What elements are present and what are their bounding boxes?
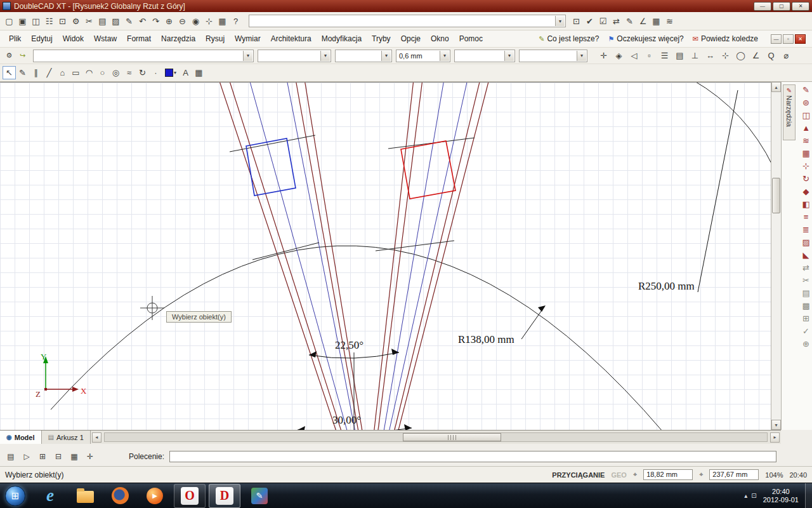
tab-arkusz1[interactable]: ▤ Arkusz 1 — [42, 431, 91, 444]
redline-icon[interactable]: ✎ — [623, 15, 636, 28]
calculator-icon[interactable]: ▦ — [216, 15, 229, 28]
named-views-icon[interactable]: ▤ — [673, 49, 686, 62]
quick-select-icon[interactable]: Q — [764, 49, 778, 62]
hscroll-thumb[interactable] — [403, 433, 501, 441]
snap-midpoint-icon[interactable]: ◁ — [627, 49, 641, 62]
table-icon[interactable]: ▦ — [650, 15, 663, 28]
screen-settings-icon[interactable]: ⊡ — [570, 15, 583, 28]
layers-icon[interactable]: ☰ — [658, 49, 671, 62]
layer-combobox[interactable]: ▾ — [33, 50, 254, 62]
save-icon[interactable]: ◫ — [29, 15, 43, 28]
menu-item[interactable]: Format — [122, 33, 156, 44]
panel-triangle-icon[interactable]: ▲ — [802, 124, 810, 132]
markup-check-icon[interactable]: ☑ — [596, 15, 610, 28]
expand-icon[interactable]: ⊞ — [37, 451, 48, 462]
hidden-icons-icon[interactable]: ▴ — [744, 492, 747, 499]
angle-snap-icon[interactable]: ∠ — [749, 49, 763, 62]
menu-item[interactable]: Architektura — [266, 33, 317, 44]
firefox-icon[interactable] — [104, 484, 136, 508]
promo-link[interactable]: ⚑ Oczekujesz więcej? — [608, 34, 683, 43]
ortho-mode-icon[interactable]: ⊥ — [688, 49, 702, 62]
doublecad-icon[interactable]: D — [209, 484, 240, 508]
snap-toggle[interactable]: PRZYCIĄGANIE — [552, 471, 605, 479]
collapse-icon[interactable]: ⊟ — [53, 451, 64, 462]
panel-trim-icon[interactable]: ✂ — [802, 276, 809, 284]
minimize-button[interactable]: — — [754, 2, 771, 11]
panel-fill-icon[interactable]: ◆ — [803, 187, 809, 196]
menu-item[interactable]: Modyfikacja — [317, 33, 367, 44]
paper-space-icon[interactable]: ▤ — [5, 451, 16, 462]
maximize-button[interactable]: ▢ — [773, 2, 790, 11]
vscroll-thumb[interactable] — [772, 178, 780, 213]
line-tool-icon[interactable]: ╱ — [43, 66, 56, 79]
revision-tool-icon[interactable]: ↻ — [136, 66, 149, 79]
ellipse-tool-icon[interactable]: ◎ — [109, 66, 122, 79]
zoom-out-icon[interactable]: ⊖ — [176, 15, 189, 28]
grid-toggle-icon[interactable]: ▦ — [69, 451, 80, 462]
panel-crosshatch-icon[interactable]: ▨ — [802, 238, 809, 246]
pen-width-combobox[interactable]: 0,6 mm▾ — [396, 50, 450, 62]
opera-icon[interactable]: O — [174, 484, 206, 508]
mdi-restore-button[interactable]: ▫ — [783, 34, 794, 44]
pan-icon[interactable]: ⊹ — [202, 15, 216, 28]
menu-item[interactable]: Rysuj — [200, 33, 230, 44]
help-icon[interactable]: ? — [229, 15, 242, 28]
edit-icon[interactable]: ✎ — [122, 15, 136, 28]
menu-item[interactable]: Narzędzia — [156, 33, 200, 44]
promo-link[interactable]: ✎ Co jest lepsze? — [539, 34, 599, 43]
cut-icon[interactable]: ✂ — [82, 15, 96, 28]
double-line-tool-icon[interactable]: ∥ — [29, 66, 43, 79]
zoom-in-icon[interactable]: ⊕ — [162, 15, 176, 28]
move-snap-icon[interactable]: ⊹ — [719, 49, 732, 62]
select-tool-icon[interactable]: ↖ — [3, 66, 16, 79]
canvas-vscrollbar[interactable]: ▴ ▾ — [771, 82, 781, 430]
sketch-tool-icon[interactable]: ✎ — [16, 66, 29, 79]
tab-model[interactable]: ◉ Model — [0, 431, 42, 444]
panel-rotate-icon[interactable]: ↻ — [802, 175, 809, 183]
protractor-icon[interactable]: ∠ — [636, 15, 650, 28]
internet-explorer-icon[interactable]: e — [34, 484, 66, 508]
panel-add-icon[interactable]: ⊕ — [802, 340, 809, 348]
panel-move-icon[interactable]: ⊹ — [802, 162, 809, 170]
geo-toggle[interactable]: GEO — [611, 471, 626, 479]
show-desktop-button[interactable] — [805, 483, 812, 508]
coords-toggle-icon[interactable]: ✛ — [84, 451, 96, 462]
scroll-up-icon[interactable]: ▴ — [771, 82, 781, 92]
open-file-icon[interactable]: ▣ — [16, 15, 29, 28]
hatch-icon[interactable]: ≋ — [663, 15, 676, 28]
menu-item[interactable]: Edytuj — [26, 33, 57, 44]
start-button[interactable]: ⊞ — [5, 486, 25, 506]
panel-hatch-icon[interactable]: ▦ — [802, 149, 809, 157]
color-swatch[interactable]: ▾ — [165, 69, 176, 77]
panel-wave-hatch-icon[interactable]: ≋ — [802, 137, 809, 145]
panel-pattern-icon[interactable]: ▩ — [802, 302, 809, 310]
panel-chamfer-icon[interactable]: ◣ — [803, 251, 809, 259]
panel-circles-icon[interactable]: ⊚ — [802, 98, 809, 107]
redo-icon[interactable]: ↷ — [149, 15, 162, 28]
print-preview-icon[interactable]: ⊡ — [56, 15, 69, 28]
spline-tool-icon[interactable]: ≈ — [122, 66, 136, 79]
graphics-app-icon[interactable]: ✎ — [244, 484, 275, 508]
command-input[interactable] — [169, 451, 776, 462]
promo-link[interactable]: ✉ Powiedz koledze — [693, 34, 758, 43]
table-tool-icon[interactable]: ▦ — [192, 66, 206, 79]
snap-none-icon[interactable]: ▫ — [643, 49, 656, 62]
panel-half-fill-icon[interactable]: ◧ — [802, 200, 809, 208]
snap-vertex-icon[interactable]: ◈ — [612, 49, 625, 62]
panel-mirror-icon[interactable]: ◫ — [802, 111, 809, 119]
panel-layers-icon[interactable]: ≣ — [802, 225, 809, 234]
style-combobox[interactable]: ▾ — [249, 15, 566, 27]
scroll-down-icon[interactable]: ▾ — [771, 420, 781, 430]
menu-item[interactable]: Opcje — [396, 33, 426, 44]
panel-linetypes-icon[interactable]: ≡ — [804, 213, 809, 221]
text-tool-icon[interactable]: A — [179, 66, 192, 79]
clock[interactable]: 20:40 2012-09-01 — [763, 488, 799, 504]
menu-item[interactable]: Tryby — [367, 33, 396, 44]
arc-tool-icon[interactable]: ◠ — [82, 66, 96, 79]
menu-item[interactable]: Wymiar — [230, 33, 266, 44]
menu-item[interactable]: Okno — [426, 33, 454, 44]
new-file-icon[interactable]: ▢ — [3, 15, 16, 28]
point-tool-icon[interactable]: · — [149, 66, 162, 79]
file-explorer-icon[interactable] — [69, 484, 101, 508]
scale-combobox[interactable]: ▾ — [519, 50, 587, 62]
